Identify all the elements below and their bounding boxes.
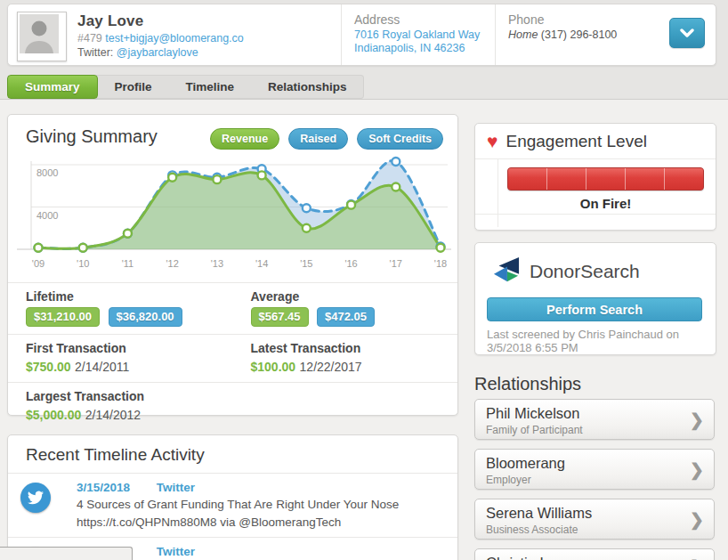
twitter-label: Twitter: — [77, 46, 113, 59]
relationship-name: Phil Mickelson — [486, 405, 687, 422]
relationship-type: Employer — [486, 474, 687, 486]
recent-timeline-card: Recent Timeline Activity 3/15/2018 Twitt… — [7, 434, 458, 560]
svg-text:'12: '12 — [166, 258, 178, 269]
engagement-segment — [586, 168, 625, 190]
entry-text: 4 Sources of Grant Funding That Are Righ… — [77, 497, 399, 512]
latest-transaction-stat: Latest Transaction $100.00 12/22/2017 — [233, 341, 458, 375]
twitter-icon — [20, 483, 51, 513]
raised-toggle-button[interactable]: Raised — [288, 128, 348, 150]
largest-transaction-amount: $5,000.00 — [26, 408, 81, 422]
engagement-level-title: Engagement Level — [506, 132, 646, 151]
largest-transaction-stat: Largest Transaction $5,000.00 2/14/2012 — [8, 389, 238, 423]
latest-transaction-date: 12/22/2017 — [300, 360, 362, 374]
latest-transaction-amount: $100.00 — [251, 360, 296, 374]
relationship-name: Serena Williams — [486, 505, 687, 522]
timeline-entry[interactable]: 3/15/2018 Twitter 4 Sources of Grant Fun… — [8, 474, 457, 537]
address-block: Address 7016 Royal Oakland Way Indianapo… — [342, 4, 495, 65]
svg-text:'10: '10 — [77, 258, 89, 269]
giving-summary-card: Giving Summary Revenue Raised Soft Credi… — [7, 114, 458, 416]
tab-relationships[interactable]: Relationships — [251, 75, 364, 99]
address-line2-link[interactable]: Indianapolis, IN 46236 — [354, 42, 495, 54]
account-number: #479 — [77, 32, 102, 45]
relationship-type: Business Associate — [486, 523, 687, 536]
relationship-item[interactable]: Phil Mickelson Family of Participant ❯ — [474, 399, 715, 440]
svg-text:4000: 4000 — [36, 210, 58, 221]
link-status-tooltip — [0, 547, 133, 560]
svg-text:'14: '14 — [255, 258, 268, 269]
entry-date: 3/15/2018 — [77, 481, 130, 494]
giving-chart-svg: 40008000'09'10'11'12'13'14'15'16'17'18 — [17, 158, 451, 280]
average-raised-badge: $472.05 — [317, 307, 375, 327]
lifetime-stat: Lifetime $31,210.00 $36,820.00 — [8, 289, 233, 327]
svg-text:'13: '13 — [211, 258, 223, 269]
tab-profile[interactable]: Profile — [98, 75, 169, 99]
engagement-segment — [508, 168, 546, 190]
heart-icon: ♥ — [487, 134, 497, 150]
lifetime-label: Lifetime — [26, 289, 233, 304]
perform-search-button[interactable]: Perform Search — [487, 297, 702, 321]
relationship-item[interactable]: Christie Love ❯ — [474, 548, 715, 560]
contact-twitter: Twitter: @jaybarclaylove — [77, 46, 341, 59]
phone-type: Home — [508, 28, 538, 41]
svg-text:'15: '15 — [300, 258, 312, 269]
relationship-name: Bloomerang — [486, 455, 687, 472]
average-stat: Average $567.45 $472.05 — [233, 289, 458, 327]
contact-meta: #479 test+bigjay@bloomerang.co — [77, 32, 341, 45]
first-transaction-amount: $750.00 — [26, 360, 71, 374]
chevron-right-icon: ❯ — [690, 410, 704, 430]
relationship-name: Christie Love — [486, 555, 687, 560]
phone-number: (317) 296-8100 — [541, 28, 617, 41]
donorsearch-card: DonorSearch Perform Search Last screened… — [474, 242, 716, 355]
svg-text:'17: '17 — [390, 258, 402, 269]
entry-source: Twitter — [157, 545, 195, 558]
avatar-photo-placeholder — [20, 14, 59, 53]
entry-source: Twitter — [157, 481, 195, 494]
address-label: Address — [354, 12, 495, 27]
expand-header-button[interactable] — [669, 18, 705, 48]
chevron-right-icon: ❯ — [690, 556, 704, 560]
donorsearch-brand: DonorSearch — [530, 261, 640, 282]
lifetime-raised-badge: $36,820.00 — [109, 307, 182, 327]
profile-tabs: Summary Profile Timeline Relationships — [7, 75, 364, 99]
soft-credits-toggle-button[interactable]: Soft Credits — [357, 128, 443, 150]
engagement-segment — [664, 168, 703, 190]
first-transaction-date: 2/14/2011 — [75, 360, 129, 374]
contact-info: Jay Love #479 test+bigjay@bloomerang.co … — [77, 4, 341, 65]
relationship-item[interactable]: Serena Williams Business Associate ❯ — [474, 499, 715, 540]
address-line1-link[interactable]: 7016 Royal Oakland Way — [354, 28, 495, 41]
relationships-title: Relationships — [474, 374, 581, 394]
recent-timeline-title: Recent Timeline Activity — [8, 435, 457, 474]
tab-summary[interactable]: Summary — [7, 75, 98, 99]
giving-chart[interactable]: 40008000'09'10'11'12'13'14'15'16'17'18 — [17, 158, 451, 280]
contact-name: Jay Love — [77, 12, 341, 30]
chevron-right-icon: ❯ — [690, 509, 704, 530]
revenue-toggle-button[interactable]: Revenue — [210, 128, 279, 150]
lifetime-revenue-badge: $31,210.00 — [26, 307, 100, 327]
last-screened-note: Last screened by Chris Painchaud on 3/5/… — [487, 328, 704, 354]
first-transaction-stat: First Transaction $750.00 2/14/2011 — [8, 341, 233, 375]
relationship-type: Family of Participant — [486, 424, 687, 436]
svg-text:'16: '16 — [344, 258, 357, 269]
engagement-segment — [546, 168, 586, 190]
chart-series-toggles: Revenue Raised Soft Credits — [210, 128, 443, 150]
email-link[interactable]: test+bigjay@bloomerang.co — [105, 32, 244, 45]
phone-block: Phone Home (317) 296-8100 — [496, 4, 669, 65]
relationship-item[interactable]: Bloomerang Employer ❯ — [474, 449, 715, 490]
contact-header: Jay Love #479 test+bigjay@bloomerang.co … — [7, 4, 716, 66]
engagement-footer-divider — [475, 214, 716, 227]
engagement-segment — [625, 168, 664, 190]
engagement-level-card: ♥ Engagement Level On Fire! — [474, 123, 716, 231]
average-revenue-badge: $567.45 — [251, 307, 309, 327]
svg-text:'11: '11 — [122, 258, 134, 269]
chevron-down-icon — [680, 28, 694, 37]
svg-text:'18: '18 — [434, 258, 447, 269]
engagement-meter — [507, 167, 704, 191]
tab-timeline[interactable]: Timeline — [169, 75, 252, 99]
twitter-handle-link[interactable]: @jaybarclaylove — [117, 46, 198, 59]
largest-transaction-date: 2/14/2012 — [85, 408, 141, 422]
svg-text:8000: 8000 — [36, 167, 58, 178]
latest-transaction-label: Latest Transaction — [251, 341, 458, 355]
phone-label: Phone — [508, 12, 669, 27]
donorsearch-logo — [493, 256, 520, 287]
giving-stats: Lifetime $31,210.00 $36,820.00 Average $… — [8, 282, 457, 430]
